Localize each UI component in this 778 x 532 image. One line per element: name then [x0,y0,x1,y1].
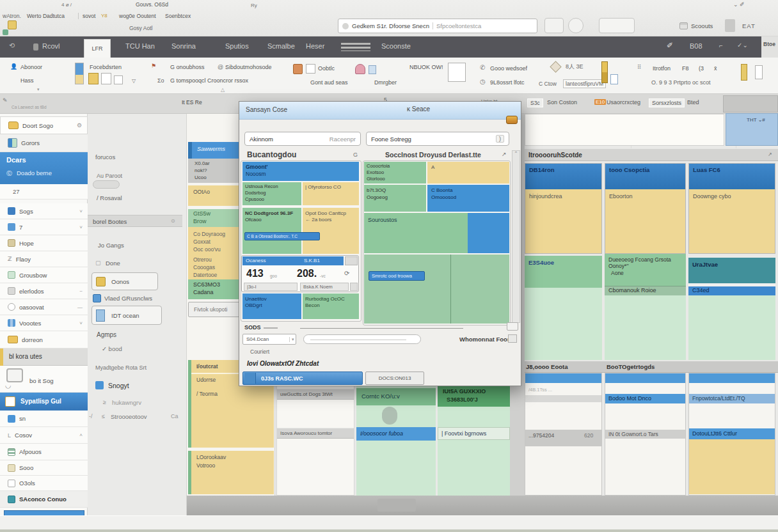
collapse-button[interactable] [723,95,778,113]
sidebar-item-blkora-highlighted[interactable]: bl kora utes [0,348,88,366]
sigma-icon[interactable]: Σo [157,77,164,84]
column-header[interactable]: Isova Aworoucu tomtor [277,428,354,439]
ribbon-gontaud-button[interactable]: Gont aud seas [310,79,348,86]
schedule-column[interactable]: Bodoo Mot Dnco IN 0t Gownort.o Tars [605,373,686,496]
dialog-cell[interactable]: b7t.3OQ Oogoeog [364,185,426,212]
slider-end-button[interactable] [507,322,518,331]
redo-icon[interactable]: ✓⌄ [737,42,748,49]
ribbon-onoubhoss-button[interactable]: G onoubhoss [170,64,205,70]
dialog-cell[interactable]: Unaetitov OBDgrt [242,293,301,319]
dialog-name-field[interactable]: Akinnom Raceenpr [244,132,361,146]
presence-icon-button[interactable] [568,18,584,33]
refresh-icon[interactable]: G [353,152,358,158]
ribbon-lanteost-button[interactable]: lanteostfipruVM [563,79,606,88]
dialog-cell[interactable] [468,213,509,253]
column-strip-light[interactable]: | Foovtxi bgrnows [438,427,510,440]
gear-icon[interactable]: ⚙ [77,122,82,129]
sidebar-item-o3ols[interactable]: O3ols [0,476,88,491]
section-header-1[interactable]: ItrooooruhScotde ↗ [525,148,778,161]
ribbon-f8-button[interactable]: F8 [682,65,689,72]
layout-icons[interactable] [341,43,370,51]
resource-card[interactable]: Luas FC6 Doownge cybo [688,163,775,254]
right-toolbar-s3c[interactable]: S3c [527,98,543,107]
sidebar-item-flaoy[interactable]: ℤ Flaoy [0,251,88,267]
chevron-down-icon[interactable]: ▾ [289,337,294,342]
green-card[interactable]: Dueeoeog Fcoang Grsota Oonoy*'' Aone Cbo… [605,254,686,360]
refresh-icon[interactable]: ⟳ [344,270,349,277]
dropdown-small[interactable]: |3o-l [244,283,298,291]
cup-icon[interactable] [369,65,376,74]
dialog-cell-large[interactable]: Smrotc ood troowa [364,254,509,324]
small-caret-icon[interactable]: △ [221,87,225,93]
column-header-green[interactable]: Corntc KO/u:v [356,388,436,405]
column-subheader[interactable]: IN 0t Gownort.o Tars [605,430,685,439]
dialog-accent-button[interactable] [506,116,518,124]
top-right-label-2[interactable]: EAT [742,22,756,29]
sidebar-item-saconco[interactable]: SAconco Conuo [0,491,88,508]
sidebar-item-sooo[interactable]: Sooo [0,460,88,476]
sidebar-item-bo-it-sog[interactable]: bo it Sog ◡ [0,366,88,393]
column-subheader-blue[interactable]: DotouLtJtt6 Cttlur [689,428,775,439]
calendar-icon[interactable] [88,73,99,84]
tab-sonrina[interactable]: Sonrina [171,42,196,50]
numeric-panel-header[interactable]: Ocaness S.K.B1 [242,256,344,265]
panel2-item-forucos[interactable]: forucos [95,153,115,160]
dialog-mini-button[interactable]: C B a Obread Bootrcn:. T.C [244,232,320,240]
quick-access-dots[interactable]: 4 ø / [61,2,72,8]
panel2-item-agmps[interactable]: Agmps [97,331,116,338]
search-go-button[interactable]: ) [496,135,504,143]
sidebar-item-cosov[interactable]: L Cosov ˄ [0,427,88,444]
column-header-darkgreen[interactable]: IUt5A GUXKXIO S3683L00'J [438,386,510,407]
column-chart-icon[interactable] [601,61,608,83]
dialog-cell[interactable]: | Ofyrotorso CO [303,182,359,205]
panel2-item-vlaed[interactable]: Vlaed GRusnclws [104,295,152,302]
dialog-cell[interactable]: Souroustos [364,213,468,253]
caret-icon[interactable]: ˅ [79,320,83,326]
panel2-oonos-button[interactable]: Oonos [91,272,158,290]
sidebar-item-hope[interactable]: Hope [0,235,88,251]
flag-icon[interactable]: ⚑ [151,63,156,69]
panel2-item-rosaval[interactable]: / Rosaval [97,194,122,201]
dialog-titlebar[interactable]: Sansayn Cose ĸ Seace [239,102,521,120]
calendar-event[interactable]: LOorookaav Votrooo [188,451,274,494]
diamond-icon[interactable] [550,61,561,72]
right-toolbar-bted[interactable]: Bted [687,99,699,106]
sidebar-item-doort-sogo[interactable]: Doort Sogo ⚙ [0,116,88,134]
page-icon[interactable] [610,74,618,84]
ribbon-c3-button[interactable]: (3 [699,65,704,72]
calendar-grid-icon[interactable] [101,73,111,84]
dialog-search-field[interactable]: Foone Sotregg ) [366,132,509,146]
pen-icon[interactable]: ✐ [667,41,673,50]
ribbon-abonoor-button[interactable]: Abonoor [20,64,42,70]
ribbon-xbar-button[interactable]: x̄ [714,65,717,72]
caret-icon[interactable]: ˅ [79,208,83,214]
caret-icon[interactable]: ˅ [79,224,83,230]
people-shapes-icon[interactable]: 8人 3E [566,63,584,71]
tab-rcovl[interactable]: Rcovl [42,42,60,50]
ribbon-tomspoo-button[interactable]: G tomspooqcl Crooncror rssox [170,77,248,84]
sidebar-item-gorors[interactable]: Gorors [0,134,88,152]
menu-item[interactable]: Werto Dadtutca [27,13,65,19]
ribbon-prtprto-button[interactable]: O. 9 9 3 Prtprto oc scot [651,79,711,86]
tab-active[interactable]: LFR [84,39,111,58]
menu-item[interactable]: sovot [78,13,95,19]
column-strip-blue[interactable]: I/ooosocor fuboa [356,427,436,441]
spinner-button[interactable] [350,283,358,291]
scroll-up-icon[interactable]: ⌃ [512,151,520,156]
dialog-primary-button[interactable]: 0J3s RASC.WC [242,372,363,385]
right-toolbar-sorsxzlosts[interactable]: Sorsxzlosts [649,98,685,107]
scope-dropdown[interactable]: S04.Dcan ▾ [242,334,296,345]
dialog-action-chip[interactable]: Smrotc ood troowa [369,271,425,281]
panel2-item-myadtgebe[interactable]: Myadtgebe Rota Srt [95,364,147,371]
panel2-item-jo-gangs[interactable]: Jo Gangs [98,242,124,249]
schedule-column[interactable]: Fnpowtotca/LtdEt./TQ DotouLtJtt6 Cttlur [688,373,775,496]
sidebar-item-oasoovat[interactable]: oasoovat — [0,299,88,315]
tab-scmalbe[interactable]: Scmalbe [267,42,295,50]
dialog-cell[interactable]: Ustnoua Recon Dodsrbog Cpusooo [242,182,301,205]
qat-right-icon[interactable]: Ry [251,3,257,8]
numeric-panel-button[interactable] [345,256,358,265]
panel-icon[interactable] [755,65,763,79]
sidebar-item-7[interactable]: 7 ˅ [0,219,88,235]
dialog-cell[interactable]: Rurbodtag OcOC Becon [303,293,359,319]
range-field[interactable] [303,334,421,344]
